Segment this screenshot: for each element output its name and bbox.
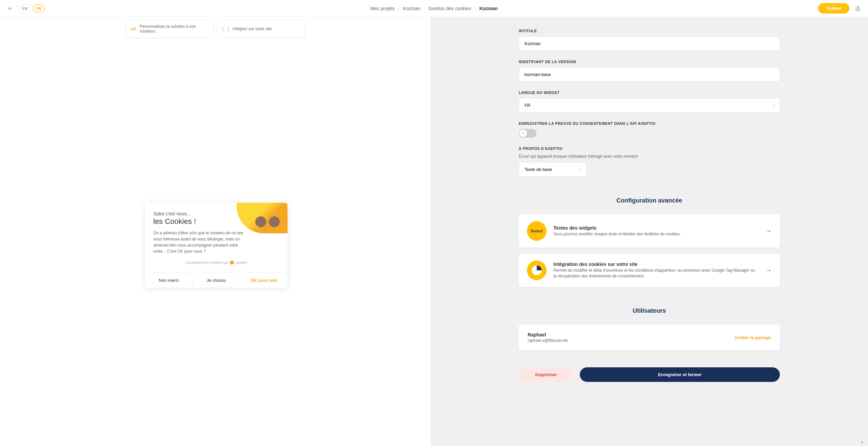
svg-point-0: [857, 7, 859, 9]
timer-icon: [527, 260, 547, 280]
cookie-decline-button[interactable]: Non merci: [145, 273, 193, 288]
card-text: Intégration des cookies sur votre site P…: [553, 261, 759, 279]
gear-icon[interactable]: [854, 5, 861, 12]
breadcrumb-link[interactable]: Mes projets: [370, 6, 395, 11]
widget-lang-value[interactable]: [519, 98, 780, 113]
title-input[interactable]: [519, 36, 780, 51]
cookie-body: Salut c'est nous... les Cookies ! On a a…: [145, 203, 288, 273]
users-section-title: Utilisateurs: [519, 307, 780, 314]
language-switch: EN FR: [19, 4, 45, 13]
api-consent-toggle[interactable]: ✕: [519, 129, 536, 138]
widget-texts-card[interactable]: Textes! Textes des widgets Vous pourrez …: [519, 214, 780, 248]
preview-panel: aA Personnalisez la solution à vos coule…: [0, 17, 431, 446]
user-card: Raphael raphael.v@filliozat.net Arrêter …: [519, 325, 780, 350]
lang-fr-button[interactable]: FR: [33, 4, 45, 13]
cookie-footer: Non merci Je choisis OK pour moi: [145, 273, 288, 288]
publish-button[interactable]: Publier: [818, 3, 849, 14]
text-color-icon: aA: [131, 26, 136, 32]
label-api-consent: ENREGISTRER LA PREUVE DU CONSENTEMENT DA…: [519, 121, 780, 125]
cookie-integration-card[interactable]: Intégration des cookies sur votre site P…: [519, 254, 780, 287]
app-header: EN FR Mes projets › Kozman › Gestion des…: [0, 0, 868, 17]
user-email: raphael.v@filliozat.net: [528, 338, 568, 343]
stop-sharing-button[interactable]: Arrêter le partage: [734, 335, 771, 340]
integrate-card[interactable]: {...} Intégrez sur votre site: [217, 20, 305, 38]
label-about: À PROPOS D'AXEPTIO: [519, 147, 780, 151]
main-content: aA Personnalisez la solution à vos coule…: [0, 17, 868, 446]
cert-text: Consentements certifiés par: [186, 261, 229, 265]
version-id-input[interactable]: [519, 67, 780, 82]
settings-panel: INTITULÉ IDENTIFIANT DE LA VERSION LANGU…: [431, 17, 868, 446]
axeptio-logo-icon: [230, 260, 234, 265]
header-left: EN FR: [7, 4, 45, 13]
card-desc: Permet de modifier le délai d'ouverture …: [553, 268, 759, 279]
save-close-button[interactable]: Enregistrer et fermer: [580, 367, 780, 382]
customize-card[interactable]: aA Personnalisez la solution à vos coule…: [125, 20, 214, 38]
advanced-section-title: Configuration avancée: [519, 197, 780, 204]
card-desc: Vous pourrez modifier chaque texte et li…: [553, 231, 759, 237]
back-arrow-icon[interactable]: [7, 5, 14, 12]
scroll-down-icon[interactable]: ▼: [860, 441, 865, 444]
code-icon: {...}: [222, 26, 229, 32]
cookie-description: On a attendu d'être sûrs que le contenu …: [153, 230, 248, 254]
panel-footer: Supprimer Enregistrer et fermer: [431, 361, 868, 389]
delete-button[interactable]: Supprimer: [519, 367, 573, 382]
cookie-choose-button[interactable]: Je choisis: [193, 273, 240, 288]
cookie-consent-widget: Salut c'est nous... les Cookies ! On a a…: [145, 203, 288, 288]
label-title: INTITULÉ: [519, 29, 780, 33]
label-version-id: IDENTIFIANT DE LA VERSION: [519, 60, 780, 64]
cookie-accept-button[interactable]: OK pour moi: [240, 273, 288, 288]
card-title: Intégration des cookies sur votre site: [553, 261, 759, 267]
cookie-illustration: [237, 203, 288, 233]
cert-brand: axeptio: [236, 261, 246, 265]
chevron-right-icon: ›: [398, 6, 399, 11]
user-info: Raphael raphael.v@filliozat.net: [528, 332, 568, 343]
widget-lang-select[interactable]: ▾: [519, 98, 780, 113]
integrate-card-label: Intégrez sur votre site: [233, 26, 272, 31]
about-select[interactable]: ▾: [519, 162, 587, 177]
breadcrumb-link[interactable]: Gestion des cookies: [429, 6, 471, 11]
breadcrumb-link[interactable]: Kozman: [403, 6, 420, 11]
arrow-right-icon: →: [766, 228, 772, 235]
lang-en-button[interactable]: EN: [19, 4, 31, 13]
card-text: Textes des widgets Vous pourrez modifier…: [553, 225, 759, 237]
toggle-knob: ✕: [519, 130, 527, 137]
user-name: Raphael: [528, 332, 568, 337]
about-value[interactable]: [519, 162, 587, 177]
header-right: Publier: [818, 3, 861, 14]
breadcrumb-current: Kozman: [479, 6, 498, 11]
chevron-right-icon: ›: [475, 6, 476, 11]
breadcrumb: Mes projets › Kozman › Gestion des cooki…: [370, 6, 498, 11]
customize-card-label: Personnalisez la solution à vos couleurs…: [140, 24, 209, 34]
cookie-certification: Consentements certifiés par axeptio: [153, 260, 279, 265]
chevron-right-icon: ›: [424, 6, 425, 11]
textes-icon: Textes!: [527, 221, 547, 241]
desc-about: Écran qui apparaît lorsque l'utilisateur…: [519, 154, 780, 159]
label-widget-lang: LANGUE DU WIDGET: [519, 91, 780, 95]
top-cards: aA Personnalisez la solution à vos coule…: [0, 17, 431, 38]
card-title: Textes des widgets: [553, 225, 759, 231]
arrow-right-icon: →: [766, 267, 772, 274]
